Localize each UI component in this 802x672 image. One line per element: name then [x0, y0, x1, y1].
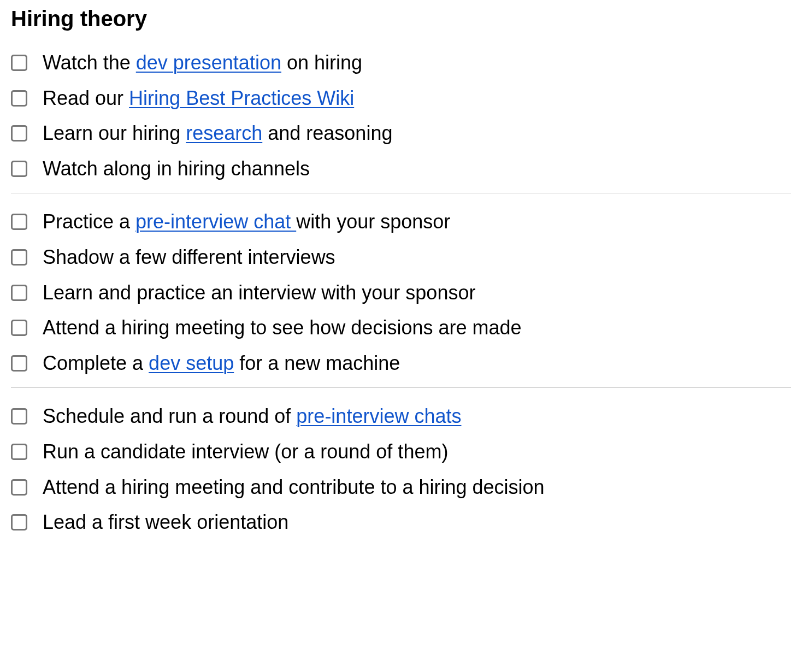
- checkbox[interactable]: [11, 444, 27, 460]
- text-run: Attend a hiring meeting and contribute t…: [43, 476, 545, 498]
- checkbox[interactable]: [11, 90, 27, 107]
- list-item: Learn our hiring research and reasoning: [11, 120, 791, 147]
- list-item: Run a candidate interview (or a round of…: [11, 439, 791, 465]
- text-run: Practice a: [43, 210, 135, 233]
- list-item: Complete a dev setup for a new machine: [11, 350, 791, 377]
- list-item-text: Lead a first week orientation: [43, 509, 791, 536]
- text-run: Schedule and run a round of: [43, 405, 296, 427]
- list-item: Attend a hiring meeting and contribute t…: [11, 474, 791, 501]
- link[interactable]: pre-interview chat: [135, 210, 296, 233]
- list-item: Watch the dev presentation on hiring: [11, 50, 791, 76]
- section-heading: Hiring theory: [11, 7, 791, 31]
- list-item-text: Watch along in hiring channels: [43, 156, 791, 182]
- list-item-text: Attend a hiring meeting and contribute t…: [43, 474, 791, 501]
- page: Hiring theory Watch the dev presentation…: [0, 0, 802, 567]
- text-run: Complete a: [43, 352, 149, 374]
- checkbox[interactable]: [11, 408, 27, 425]
- list-item: Learn and practice an interview with you…: [11, 280, 791, 306]
- text-run: Read our: [43, 87, 129, 109]
- checklist: Watch the dev presentation on hiringRead…: [11, 50, 791, 182]
- text-run: on hiring: [281, 51, 362, 74]
- checkbox[interactable]: [11, 214, 27, 230]
- text-run: Run a candidate interview (or a round of…: [43, 440, 448, 463]
- list-item-text: Attend a hiring meeting to see how decis…: [43, 315, 791, 341]
- divider: [11, 193, 791, 193]
- link[interactable]: pre-interview chats: [296, 405, 461, 427]
- list-item: Shadow a few different interviews: [11, 244, 791, 271]
- list-item: Watch along in hiring channels: [11, 156, 791, 182]
- text-run: Watch along in hiring channels: [43, 157, 310, 180]
- text-run: and reasoning: [262, 122, 392, 144]
- checkbox[interactable]: [11, 514, 27, 530]
- checkbox[interactable]: [11, 320, 27, 336]
- divider: [11, 387, 791, 388]
- list-item-text: Watch the dev presentation on hiring: [43, 50, 791, 76]
- link[interactable]: research: [186, 122, 262, 144]
- list-item-text: Complete a dev setup for a new machine: [43, 350, 791, 377]
- checkbox[interactable]: [11, 479, 27, 496]
- list-item-text: Practice a pre-interview chat with your …: [43, 209, 791, 235]
- text-run: with your sponsor: [296, 210, 450, 233]
- link[interactable]: dev setup: [149, 352, 234, 374]
- text-run: for a new machine: [234, 352, 400, 374]
- checklist: Schedule and run a round of pre-intervie…: [11, 403, 791, 535]
- checkbox[interactable]: [11, 285, 27, 301]
- checklist: Practice a pre-interview chat with your …: [11, 209, 791, 376]
- text-run: Attend a hiring meeting to see how decis…: [43, 316, 522, 339]
- list-item: Read our Hiring Best Practices Wiki: [11, 85, 791, 112]
- text-run: Watch the: [43, 51, 136, 74]
- list-item-text: Schedule and run a round of pre-intervie…: [43, 403, 791, 430]
- list-item-text: Learn our hiring research and reasoning: [43, 120, 791, 147]
- list-item-text: Shadow a few different interviews: [43, 244, 791, 271]
- text-run: Lead a first week orientation: [43, 511, 288, 533]
- checkbox[interactable]: [11, 125, 27, 142]
- list-item: Attend a hiring meeting to see how decis…: [11, 315, 791, 341]
- list-item-text: Run a candidate interview (or a round of…: [43, 439, 791, 465]
- list-item: Schedule and run a round of pre-intervie…: [11, 403, 791, 430]
- list-item: Practice a pre-interview chat with your …: [11, 209, 791, 235]
- text-run: Learn and practice an interview with you…: [43, 281, 475, 304]
- link[interactable]: dev presentation: [136, 51, 281, 74]
- list-item: Lead a first week orientation: [11, 509, 791, 536]
- sections-container: Watch the dev presentation on hiringRead…: [11, 50, 791, 536]
- link[interactable]: Hiring Best Practices Wiki: [129, 87, 354, 109]
- checkbox[interactable]: [11, 355, 27, 372]
- text-run: Shadow a few different interviews: [43, 246, 335, 268]
- checkbox[interactable]: [11, 249, 27, 266]
- checkbox[interactable]: [11, 161, 27, 177]
- checkbox[interactable]: [11, 55, 27, 71]
- list-item-text: Read our Hiring Best Practices Wiki: [43, 85, 791, 112]
- text-run: Learn our hiring: [43, 122, 186, 144]
- list-item-text: Learn and practice an interview with you…: [43, 280, 791, 306]
